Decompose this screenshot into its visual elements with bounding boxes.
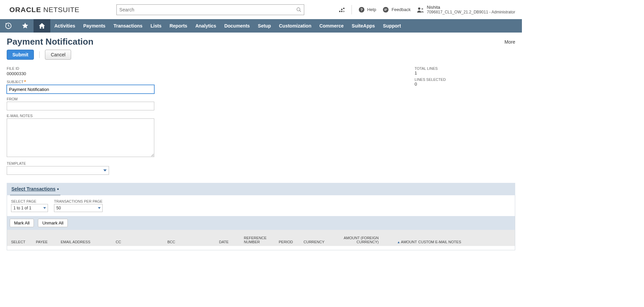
nav-lists[interactable]: Lists — [147, 19, 166, 33]
nav-payments[interactable]: Payments — [79, 19, 109, 33]
select-page-filter: SELECT PAGE 1 to 1 of 1 — [11, 199, 48, 212]
logo-brand: ORACLE — [9, 6, 41, 13]
feedback-link[interactable]: Feedback — [382, 6, 411, 13]
primary-nav: Activities Payments Transactions Lists R… — [0, 19, 522, 33]
app-viewport[interactable]: ORACLE NETSUITE ? Help — [0, 0, 522, 307]
page-title: Payment Notification — [7, 37, 94, 47]
file-id-label: FILE ID — [7, 66, 154, 70]
filter-row: SELECT PAGE 1 to 1 of 1 TRANSACTIONS PER… — [11, 199, 511, 212]
action-bar: Submit Cancel — [7, 50, 515, 60]
form-left: FILE ID 00000330 SUBJECT* FROM E-MAIL NO… — [7, 66, 154, 175]
divider — [39, 51, 40, 58]
total-lines-label: TOTAL LINES — [415, 66, 515, 70]
col-period[interactable]: PERIOD — [279, 240, 302, 244]
nav-customization[interactable]: Customization — [275, 19, 315, 33]
clock-icon — [5, 22, 12, 30]
col-payee[interactable]: PAYEE — [36, 240, 59, 244]
nav-commerce[interactable]: Commerce — [315, 19, 347, 33]
from-label: FROM — [7, 97, 154, 101]
form: FILE ID 00000330 SUBJECT* FROM E-MAIL NO… — [7, 66, 515, 175]
mark-all-button[interactable]: Mark All — [10, 219, 34, 227]
template-select[interactable] — [7, 166, 109, 175]
help-label: Help — [367, 7, 376, 12]
section-tabs: Select Transactions • — [7, 183, 515, 195]
from-input[interactable] — [7, 102, 154, 110]
cancel-button[interactable]: Cancel — [45, 50, 71, 60]
logo-product: NETSUITE — [43, 6, 79, 13]
nav-setup[interactable]: Setup — [254, 19, 275, 33]
nav-analytics[interactable]: Analytics — [191, 19, 220, 33]
email-notes-input[interactable] — [7, 118, 154, 157]
header-right: ? Help Feedback Nishita 7096817_CL1_OW_2… — [338, 5, 515, 14]
email-notes-label: E-MAIL NOTES — [7, 114, 154, 118]
svg-line-1 — [300, 10, 301, 12]
nav-transactions[interactable]: Transactions — [109, 19, 146, 33]
lines-selected-label: LINES SELECTED — [415, 78, 515, 82]
user-text: Nishita 7096817_CL1_OW_21.2_DB9011 - Adm… — [427, 5, 516, 14]
col-amount[interactable]: ▲AMOUNT — [380, 240, 417, 244]
col-bcc[interactable]: BCC — [167, 240, 218, 244]
table-header: SELECT PAYEE EMAIL ADDRESS CC BCC DATE R… — [7, 230, 515, 246]
search-input[interactable] — [116, 4, 304, 15]
col-email[interactable]: EMAIL ADDRESS — [61, 240, 114, 244]
user-name: Nishita — [427, 5, 516, 10]
select-page-dropdown[interactable]: 1 to 1 of 1 — [11, 204, 48, 212]
nav-recent[interactable] — [0, 19, 17, 33]
template-label: TEMPLATE — [7, 161, 154, 165]
user-context: 7096817_CL1_OW_21.2_DB9011 - Administrat… — [427, 10, 516, 14]
search-icon[interactable] — [296, 7, 302, 12]
section-body: SELECT PAGE 1 to 1 of 1 TRANSACTIONS PER… — [7, 195, 515, 250]
star-icon — [21, 22, 29, 30]
svg-rect-6 — [384, 10, 386, 10]
help-link[interactable]: ? Help — [358, 6, 376, 13]
feedback-icon — [382, 6, 389, 13]
col-date[interactable]: DATE — [219, 240, 243, 244]
submit-button[interactable]: Submit — [7, 50, 34, 60]
feedback-label: Feedback — [391, 7, 411, 12]
form-right: TOTAL LINES 1 LINES SELECTED 0 — [415, 66, 515, 89]
svg-point-8 — [421, 8, 423, 9]
tab-select-transactions[interactable]: Select Transactions • — [10, 185, 60, 195]
bulk-actions: Mark All Unmark All — [7, 216, 515, 230]
global-header: ORACLE NETSUITE ? Help — [0, 0, 522, 19]
svg-text:?: ? — [360, 7, 363, 12]
user-icon — [417, 6, 424, 13]
svg-point-0 — [297, 8, 300, 11]
page-body: Payment Notification More Submit Cancel … — [0, 33, 522, 264]
file-id-value: 00000330 — [7, 71, 154, 76]
nav-documents[interactable]: Documents — [220, 19, 254, 33]
nav-home[interactable] — [34, 19, 50, 33]
nav-shortcuts[interactable] — [17, 19, 34, 33]
col-fx-amount[interactable]: AMOUNT (FOREIGN CURRENCY) — [335, 236, 379, 244]
nav-reports[interactable]: Reports — [165, 19, 191, 33]
per-page-dropdown[interactable]: 50 — [54, 204, 103, 212]
nav-support[interactable]: Support — [379, 19, 405, 33]
unmark-all-button[interactable]: Unmark All — [38, 219, 68, 227]
more-menu[interactable]: More — [504, 39, 515, 45]
nav-activities[interactable]: Activities — [50, 19, 79, 33]
col-cc[interactable]: CC — [116, 240, 166, 244]
user-menu[interactable]: Nishita 7096817_CL1_OW_21.2_DB9011 - Adm… — [417, 5, 516, 14]
col-currency[interactable]: CURRENCY — [304, 240, 334, 244]
nav-suiteapps[interactable]: SuiteApps — [348, 19, 379, 33]
subject-label: SUBJECT* — [7, 80, 154, 84]
page-head: Payment Notification More — [7, 37, 515, 47]
col-select[interactable]: SELECT — [11, 240, 35, 244]
app-launcher-icon — [338, 6, 345, 13]
home-icon — [38, 22, 46, 30]
col-refnum[interactable]: REFERENCE NUMBER — [244, 236, 277, 244]
svg-rect-5 — [384, 9, 387, 9]
svg-point-7 — [418, 7, 420, 10]
col-notes[interactable]: CUSTOM E-MAIL NOTES — [418, 240, 475, 244]
sort-asc-icon: ▲ — [397, 240, 400, 244]
svg-point-4 — [383, 7, 389, 12]
lines-selected-value: 0 — [415, 82, 515, 87]
logo: ORACLE NETSUITE — [9, 6, 79, 14]
app-launcher[interactable] — [338, 6, 345, 13]
per-page-label: TRANSACTIONS PER PAGE — [54, 199, 103, 203]
select-page-label: SELECT PAGE — [11, 199, 48, 203]
subject-input[interactable] — [7, 85, 154, 94]
help-icon: ? — [358, 6, 365, 13]
per-page-filter: TRANSACTIONS PER PAGE 50 — [54, 199, 103, 212]
total-lines-value: 1 — [415, 70, 515, 75]
